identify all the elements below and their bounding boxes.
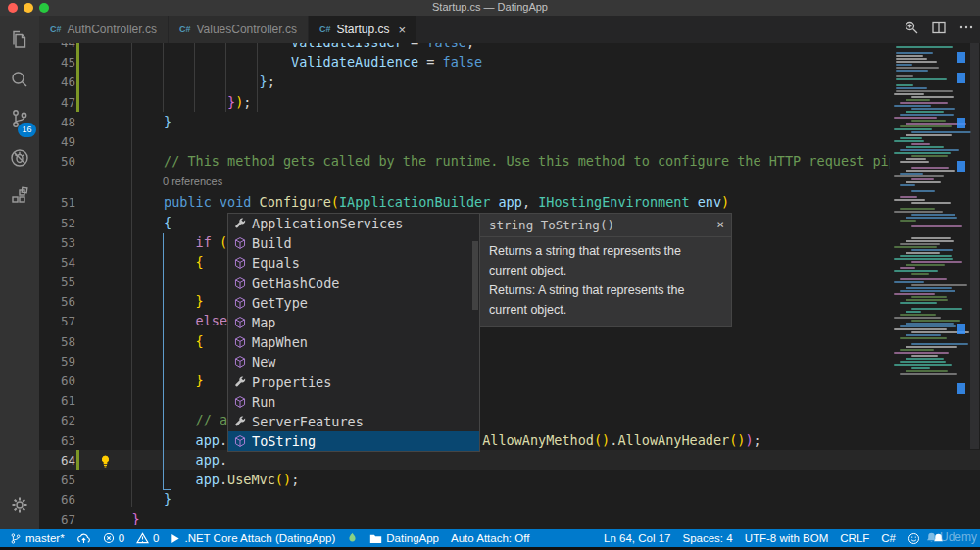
- suggest-item-properties[interactable]: Properties: [228, 373, 479, 392]
- more-actions-button[interactable]: [958, 20, 974, 39]
- tab-valuescontroller-cs[interactable]: C#ValuesController.cs: [169, 16, 309, 43]
- code-line-44[interactable]: 44 ValidateIssuer = false;: [39, 43, 980, 52]
- suggest-item-gettype[interactable]: GetType: [228, 293, 479, 313]
- code-line-60[interactable]: 60 }: [39, 371, 980, 390]
- code-text: app.: [100, 450, 227, 470]
- code-token: app: [498, 194, 521, 210]
- status-publish[interactable]: [71, 529, 97, 547]
- status-flame[interactable]: [341, 529, 364, 547]
- code-text: ValidateIssuer = false;: [100, 43, 474, 52]
- activity-extensions[interactable]: [0, 180, 39, 214]
- code-line-50[interactable]: 50 // This method gets called by the run…: [39, 151, 980, 171]
- open-changes-button[interactable]: [904, 20, 919, 39]
- suggest-item-run[interactable]: Run: [228, 392, 479, 412]
- code-line-66[interactable]: 66 }: [39, 489, 980, 509]
- code-token: ValidateIssuer: [291, 43, 403, 50]
- code-line-46[interactable]: 46 };: [39, 72, 980, 91]
- suggest-label: New: [252, 354, 275, 370]
- status-warnings[interactable]: 0: [130, 529, 165, 547]
- suggest-item-serverfeatures[interactable]: ServerFeatures: [228, 412, 479, 431]
- line-number: 64: [39, 451, 75, 471]
- code-line-64[interactable]: 64 app.: [39, 450, 980, 470]
- suggest-scrollbar[interactable]: [472, 241, 478, 310]
- codelens-references[interactable]: 0 references: [39, 171, 980, 192]
- suggest-item-map[interactable]: Map: [228, 313, 479, 332]
- code-text: // This method gets called by the runtim…: [100, 151, 945, 171]
- status-errors[interactable]: 0: [97, 529, 130, 547]
- status-workspace[interactable]: DatingApp: [364, 529, 445, 547]
- code-line-45[interactable]: 45 ValidateAudience = false: [39, 52, 980, 72]
- activity-source-control[interactable]: 16: [0, 102, 39, 135]
- suggest-item-build[interactable]: Build: [228, 233, 479, 253]
- status-git-branch[interactable]: master*: [4, 529, 71, 547]
- status-auto-attach[interactable]: Auto Attach: Off: [445, 529, 535, 547]
- code-line-49[interactable]: 49: [39, 131, 980, 151]
- split-editor-button[interactable]: [931, 20, 947, 39]
- code-line-59[interactable]: 59: [39, 351, 980, 371]
- minimap-line: [911, 355, 938, 357]
- code-token: .: [220, 432, 227, 448]
- minimap-line: [900, 255, 952, 257]
- code-line-67[interactable]: 67 }: [39, 509, 980, 528]
- code-line-58[interactable]: 58 {: [39, 331, 980, 351]
- indent-guide: [131, 43, 132, 507]
- suggest-item-equals[interactable]: Equals: [228, 253, 479, 273]
- window-title: Startup.cs — DatingApp: [0, 1, 980, 13]
- status-right: Ln 64, Col 17Spaces: 4UTF-8 with BOMCRLF…: [598, 529, 980, 547]
- status-cursor-position[interactable]: Ln 64, Col 17: [598, 529, 676, 547]
- minimap-line: [911, 214, 956, 216]
- status-debug-launch[interactable]: .NET Core Attach (DatingApp): [165, 529, 341, 547]
- scrollbar[interactable]: [970, 43, 979, 449]
- activity-search[interactable]: [0, 63, 39, 96]
- minimap-line: [900, 267, 915, 269]
- minimap-line: [906, 287, 952, 289]
- code-line-65[interactable]: 65 app.UseMvc();: [39, 470, 980, 489]
- suggest-label: ToString: [252, 433, 316, 449]
- code-line-48[interactable]: 48 }: [39, 112, 980, 131]
- code-token: [100, 74, 260, 89]
- suggest-item-new[interactable]: New: [228, 352, 479, 372]
- code-line-63[interactable]: 63 app. AllowAnyMethod().AllowAnyHeader(…: [39, 430, 980, 450]
- tab-label: AuthController.cs: [68, 23, 157, 36]
- minimap-line: [894, 281, 924, 283]
- code-line-62[interactable]: 62 // a: [39, 410, 980, 429]
- editor-actions: [904, 16, 974, 43]
- minimap[interactable]: [890, 44, 980, 383]
- code-line-61[interactable]: 61: [39, 390, 980, 410]
- status-eol[interactable]: CRLF: [834, 529, 875, 547]
- minimap-line: [911, 202, 951, 204]
- method-icon: [231, 394, 249, 410]
- tab-startup-cs[interactable]: C#Startup.cs×: [309, 16, 417, 43]
- status-label: .NET Core Attach (DatingApp): [184, 532, 335, 544]
- status-feedback[interactable]: [902, 529, 926, 547]
- indent-guide: [163, 43, 164, 112]
- code-line-51[interactable]: 51 public void Configure(IApplicationBui…: [39, 192, 980, 212]
- activity-debug[interactable]: [0, 141, 39, 175]
- code-token: public: [164, 194, 212, 210]
- close-icon[interactable]: ×: [398, 24, 406, 36]
- suggest-item-mapwhen[interactable]: MapWhen: [228, 332, 479, 352]
- code-line-47[interactable]: 47 });: [39, 92, 980, 112]
- tab-authcontroller-cs[interactable]: C#AuthController.cs: [39, 16, 169, 43]
- suggest-item-tostring[interactable]: ToString: [228, 431, 479, 451]
- status-indentation[interactable]: Spaces: 4: [676, 529, 738, 547]
- line-number: 60: [39, 372, 75, 391]
- code-text: });: [100, 92, 251, 112]
- status-encoding[interactable]: UTF-8 with BOM: [739, 529, 835, 547]
- indent-guide: [225, 43, 226, 112]
- code-text: if (: [100, 232, 227, 252]
- suggest-item-gethashcode[interactable]: GetHashCode: [228, 274, 479, 293]
- status-bar: master*00.NET Core Attach (DatingApp)Dat…: [0, 529, 980, 547]
- code-text: app.UseMvc();: [100, 470, 299, 489]
- indent-guide: [194, 43, 195, 112]
- method-icon: [231, 334, 249, 350]
- minimap-line: [900, 373, 957, 375]
- line-number: 48: [39, 113, 75, 132]
- close-icon[interactable]: ×: [716, 217, 724, 231]
- activity-explorer[interactable]: [0, 24, 39, 57]
- status-language-mode[interactable]: C#: [875, 529, 902, 547]
- code-token: [100, 313, 196, 328]
- suggest-item-applicationservices[interactable]: ApplicationServices: [228, 214, 479, 233]
- minimap-line: [896, 90, 953, 92]
- activity-settings[interactable]: [0, 488, 39, 522]
